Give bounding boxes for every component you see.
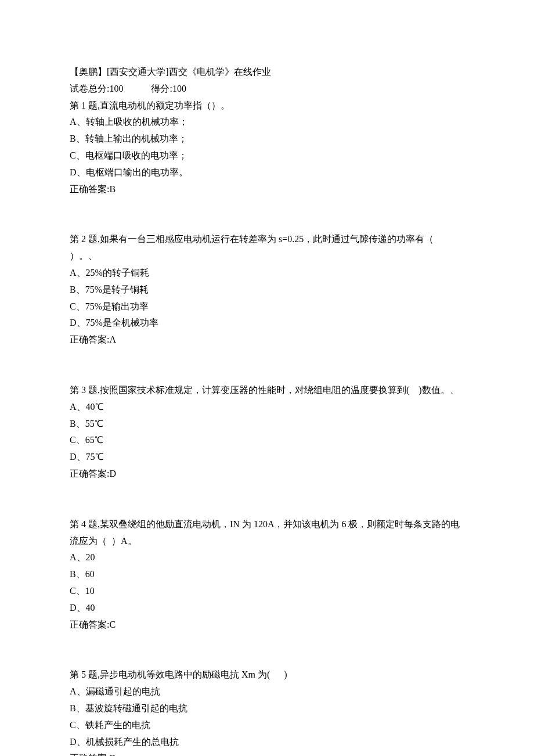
question-prompt: 第 3 题,按照国家技术标准规定，计算变压器的性能时，对绕组电阻的温度要换算到(… bbox=[70, 382, 464, 399]
section-gap bbox=[70, 197, 464, 231]
question-option: A、转轴上吸收的机械功率； bbox=[70, 114, 464, 131]
question-option: A、40℃ bbox=[70, 399, 464, 416]
question-option: B、转轴上输出的机械功率； bbox=[70, 131, 464, 147]
question-prompt: 第 1 题,直流电动机的额定功率指（）。 bbox=[70, 98, 464, 114]
question-answer: 正确答案:C bbox=[70, 617, 464, 633]
section-gap bbox=[70, 348, 464, 382]
question-prompt: 第 5 题,异步电动机等效电路中的励磁电抗 Xm 为( ) bbox=[70, 667, 464, 683]
question-option: D、电枢端口输出的电功率。 bbox=[70, 164, 464, 181]
question-option: B、75%是转子铜耗 bbox=[70, 282, 464, 298]
question-answer: 正确答案:B bbox=[70, 181, 464, 198]
question-answer: 正确答案:A bbox=[70, 332, 464, 348]
question-option: A、漏磁通引起的电抗 bbox=[70, 683, 464, 700]
question-option: D、机械损耗产生的总电抗 bbox=[70, 734, 464, 751]
section-gap bbox=[70, 483, 464, 516]
document-title: 【奥鹏】[西安交通大学]西交《电机学》在线作业 bbox=[70, 64, 464, 81]
document-page: 【奥鹏】[西安交通大学]西交《电机学》在线作业 试卷总分:100得分:100 第… bbox=[0, 0, 534, 756]
question-option: B、基波旋转磁通引起的电抗 bbox=[70, 700, 464, 717]
question-answer: 正确答案:B bbox=[70, 750, 464, 756]
obtained-score-label: 得分:100 bbox=[151, 84, 186, 93]
question-option: B、55℃ bbox=[70, 416, 464, 433]
question-prompt: 第 2 题,如果有一台三相感应电动机运行在转差率为 s=0.25，此时通过气隙传… bbox=[70, 231, 464, 265]
question-option: C、铁耗产生的电抗 bbox=[70, 717, 464, 734]
section-gap bbox=[70, 633, 464, 667]
question-option: C、电枢端口吸收的电功率； bbox=[70, 147, 464, 164]
question-option: C、10 bbox=[70, 583, 464, 600]
question-option: B、60 bbox=[70, 566, 464, 583]
total-score-label: 试卷总分:100 bbox=[70, 84, 123, 93]
question-option: D、75℃ bbox=[70, 449, 464, 466]
question-option: A、20 bbox=[70, 549, 464, 566]
question-option: C、75%是输出功率 bbox=[70, 298, 464, 315]
question-option: D、75%是全机械功率 bbox=[70, 315, 464, 332]
question-prompt: 第 4 题,某双叠绕组的他励直流电动机，IN 为 120A，并知该电机为 6 极… bbox=[70, 516, 464, 550]
score-line: 试卷总分:100得分:100 bbox=[70, 81, 464, 98]
question-option: C、65℃ bbox=[70, 432, 464, 449]
question-option: A、25%的转子铜耗 bbox=[70, 265, 464, 282]
question-answer: 正确答案:D bbox=[70, 466, 464, 483]
question-option: D、40 bbox=[70, 600, 464, 617]
